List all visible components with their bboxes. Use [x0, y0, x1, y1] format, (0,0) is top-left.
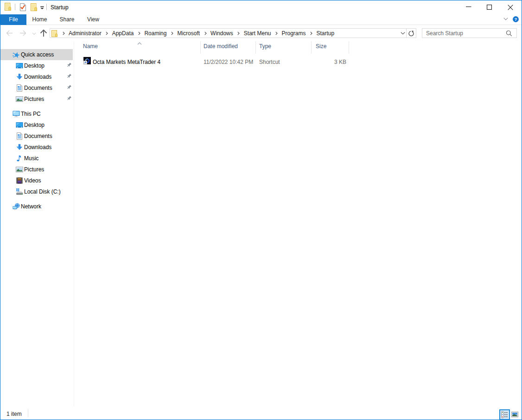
svg-text:?: ?	[515, 17, 517, 22]
